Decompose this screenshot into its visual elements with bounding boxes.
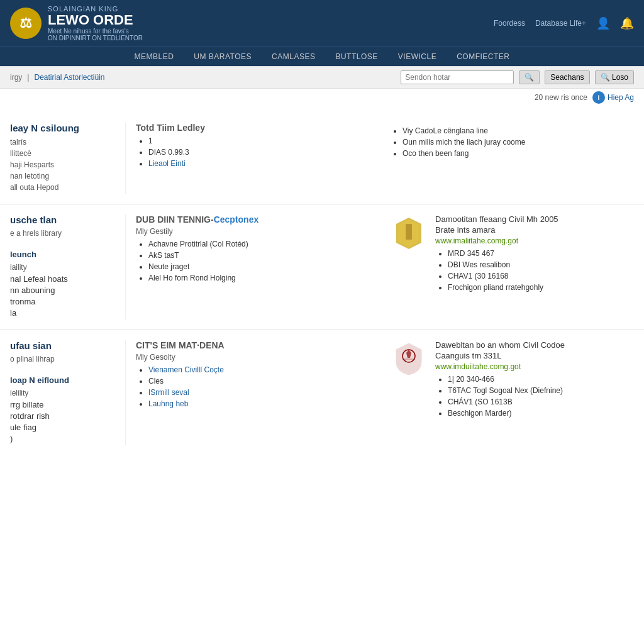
- nav-viewicle[interactable]: VIEWICLE: [396, 47, 439, 66]
- section3-left: ufau sian o plinal lihrap loap N eifloun…: [0, 340, 126, 445]
- section1-left: leay N csiloung talrís llittecè haji Hes…: [0, 123, 126, 194]
- database-link[interactable]: Database Life+: [535, 19, 586, 28]
- section2-org-subtitle: Brate ints amara: [435, 225, 624, 235]
- vienamen-link[interactable]: Vienamen Civilll Coçte: [148, 365, 224, 374]
- list-item: Viy CadoLe cênglana line: [402, 126, 624, 135]
- section1-right-bullets: Viy CadoLe cênglana line Oun milis mich …: [390, 126, 624, 158]
- section-row-3: ufau sian o plinal lihrap loap N eifloun…: [0, 330, 644, 455]
- list-item: tronma: [10, 297, 115, 306]
- list-item: la: [10, 308, 115, 318]
- section3-mid-subtitle: Mly Gesoity: [136, 353, 370, 362]
- list-item: Vienamen Civilll Coçte: [148, 365, 370, 374]
- search-input[interactable]: [401, 70, 514, 84]
- nav-membled[interactable]: MEMBLED: [131, 47, 176, 66]
- section3-mid-bullets: Vienamen Civilll Coçte Cles ISrmill seva…: [136, 365, 370, 408]
- list-item: DIAS 0.99.3: [148, 148, 370, 157]
- list-item: CHÁV1 (SO 1613B: [448, 397, 624, 406]
- section3-sub-items: rrg billate rotdrar rish ule fiag ): [10, 400, 115, 443]
- list-item: Lieaol Einti: [148, 159, 370, 168]
- list-item: rrg billate: [10, 400, 115, 409]
- list-item: Alel Ho forn Rond Holging: [148, 274, 370, 282]
- lauhng-link[interactable]: Lauhng heb: [148, 399, 188, 408]
- list-item: ISrmill seval: [148, 388, 370, 397]
- section2-mid-bullets: Achavne Protitrlal (Col Rotéd) AkS tasT …: [136, 240, 370, 282]
- section3-subtitle: o plinal lihrap: [10, 355, 115, 364]
- nav-camlases[interactable]: CAMLASES: [269, 47, 318, 66]
- crest-icon: [390, 340, 428, 378]
- section3-right-info: Dawebltan bo an whom Civil Codoe Caangui…: [435, 340, 624, 420]
- seachans-button[interactable]: Seachans: [545, 70, 589, 84]
- nav-umbaratoes[interactable]: UM BARATOES: [191, 47, 254, 66]
- section2-subtitle2: iaility: [10, 263, 115, 272]
- list-item: nn abouning: [10, 286, 115, 295]
- section2-right-bullets: MRD 345 467 DBI Wes resalibon CHAV1 (30 …: [435, 249, 624, 292]
- section3-title: ufau sian: [10, 340, 115, 351]
- list-item: DBI Wes resalibon: [448, 260, 624, 269]
- header-title-block: SOLAINGIAN KING LEWO ORDE Meet Ne nihuss…: [48, 5, 143, 42]
- section3-right-inner: Dawebltan bo an whom Civil Codoe Caangui…: [390, 340, 624, 420]
- list-item: haji Hesparts: [10, 160, 115, 169]
- nav-buttlose[interactable]: BUTTLOSE: [333, 47, 380, 66]
- section-row-1: leay N csiloung talrís llittecè haji Hes…: [0, 113, 644, 204]
- list-item: 1: [148, 136, 370, 145]
- nav-comfiecter[interactable]: COMFIECTER: [454, 47, 512, 66]
- search-right: 🔍 Seachans 🔍 Loso: [401, 70, 634, 84]
- list-item: MRD 345 467: [448, 249, 624, 258]
- list-item: all outa Hepod: [10, 182, 115, 192]
- lieaol-link[interactable]: Lieaol Einti: [148, 159, 186, 168]
- section2-left: usche tlan e a hrels library leunch iail…: [0, 214, 126, 319]
- list-item: nal Lefeal hoats: [10, 274, 115, 284]
- list-item: Beschigon Marder): [448, 409, 624, 418]
- list-item: Cles: [148, 377, 370, 386]
- section2-org-title: Damootitan ffeaang Civil Mh 2005: [435, 214, 624, 224]
- notification-icon: 🔔: [620, 16, 634, 30]
- list-item: talrís: [10, 137, 115, 147]
- section1-links: talrís llittecè haji Hesparts nan letoti…: [10, 137, 115, 192]
- section1-right: Viy CadoLe cênglana line Oun milis mich …: [380, 123, 634, 194]
- notif-bar: 20 new ris once i Hiep Ag: [0, 89, 644, 106]
- section2-mid-title: DUB DIIN TENNIG-Cecptonex: [136, 214, 370, 225]
- main-nav: MEMBLED UM BARATOES CAMLASES BUTTLOSE VI…: [0, 47, 644, 66]
- main-content: leay N csiloung talrís llittecè haji Hes…: [0, 106, 644, 462]
- isrmill-link[interactable]: ISrmill seval: [148, 388, 189, 397]
- section3-org-title: Dawebltan bo an whom Civil Codoe: [435, 340, 624, 350]
- subtitle2: ON DIPINNIRT ON TEDLIENTOR: [48, 35, 143, 42]
- list-item: Oco then been fang: [402, 149, 624, 158]
- breadcrumb-deatirial[interactable]: Deatirial Astorlectiüin: [34, 73, 104, 82]
- breadcrumb-irgy: irgy: [10, 73, 22, 82]
- svg-rect-2: [406, 224, 412, 240]
- breadcrumb: irgy | Deatirial Astorlectiüin: [10, 73, 105, 82]
- section3-right-bullets: 1| 20 340-466 T6TAC Togl Sogoal Nex (Die…: [435, 375, 624, 418]
- user-icon: 👤: [596, 16, 610, 30]
- list-item: llittecè: [10, 148, 115, 158]
- login-button: 🔍 Loso: [595, 70, 634, 84]
- header-right: Foordess Database Life+ 👤 🔔: [494, 16, 634, 30]
- section1-bullets: 1 DIAS 0.99.3 Lieaol Einti: [136, 136, 370, 168]
- new-items-text: 20 new ris once: [535, 93, 587, 102]
- search-button: 🔍: [519, 70, 540, 84]
- section3-mid-title: CIT'S EIM MAT·DENA: [136, 340, 370, 350]
- section2-right-info: Damootitan ffeaang Civil Mh 2005 Brate i…: [435, 214, 624, 294]
- section2-org-url[interactable]: www.imaliitahe.comg.got: [435, 236, 518, 245]
- help-link[interactable]: i Hiep Ag: [592, 91, 634, 104]
- list-item: 1| 20 340-466: [448, 375, 624, 384]
- list-item: CHAV1 (30 16168: [448, 272, 624, 280]
- section3-org-subtitle: Caanguis tm 331L: [435, 351, 624, 360]
- section3-org-url[interactable]: www.imduiitahe.comg.got: [435, 362, 521, 371]
- logo-icon: ⚖: [10, 8, 42, 39]
- section1-title: leay N csiloung: [10, 123, 115, 133]
- list-item: T6TAC Togl Sogoal Nex (Diefnine): [448, 386, 624, 395]
- section1-mid-title: Totd Tiim Ledley: [136, 123, 370, 133]
- section3-title2: loap N eiflound: [10, 375, 115, 385]
- book-icon: [390, 214, 428, 252]
- section-row-2: usche tlan e a hrels library leunch iail…: [0, 204, 644, 330]
- section2-right: Damootitan ffeaang Civil Mh 2005 Brate i…: [380, 214, 634, 319]
- list-item: Neute jraget: [148, 262, 370, 271]
- section2-title2: leunch: [10, 250, 115, 259]
- section3-middle: CIT'S EIM MAT·DENA Mly Gesoity Vienamen …: [126, 340, 380, 445]
- main-title: LEWO ORDE: [48, 13, 143, 28]
- list-item: Achavne Protitrlal (Col Rotéd): [148, 240, 370, 248]
- section1-middle: Totd Tiim Ledley 1 DIAS 0.99.3 Lieaol Ei…: [126, 123, 380, 194]
- foordess-link[interactable]: Foordess: [494, 19, 525, 28]
- list-item: ule fiag: [10, 423, 115, 432]
